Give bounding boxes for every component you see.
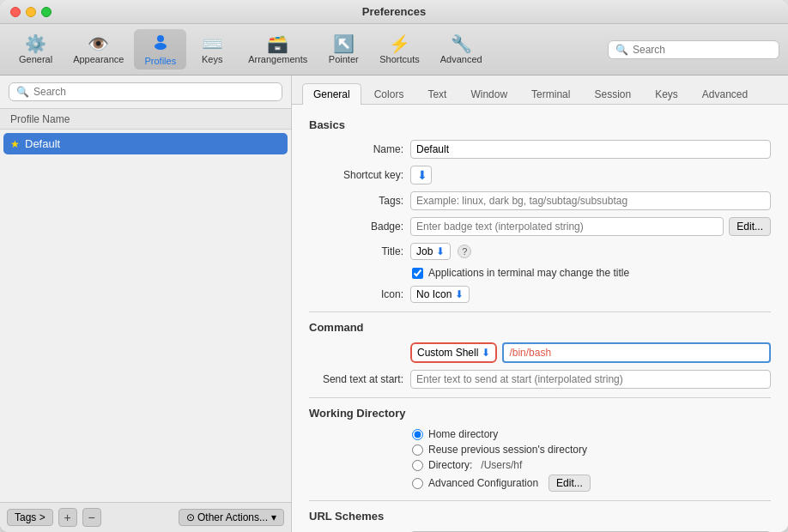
toolbar-item-keys[interactable]: ⌨️ Keys xyxy=(186,32,238,68)
tab-session[interactable]: Session xyxy=(583,83,642,105)
tab-text[interactable]: Text xyxy=(416,83,458,105)
arrangements-icon: 🗃️ xyxy=(267,35,288,52)
toolbar-label-arrangements: Arrangements xyxy=(248,54,307,64)
tab-general[interactable]: General xyxy=(302,83,361,105)
toolbar-search-input[interactable] xyxy=(633,44,772,56)
radio-directory-input[interactable] xyxy=(412,460,423,471)
custom-shell-label: Custom Shell xyxy=(417,347,478,359)
wrench-icon: 🔧 xyxy=(451,35,472,52)
send-text-row: Send text at start: xyxy=(309,370,771,389)
shell-path-input[interactable] xyxy=(502,342,771,363)
name-field-container xyxy=(410,140,771,159)
title-arrow-icon: ⬇ xyxy=(436,245,445,257)
other-actions-button[interactable]: ⊙ Other Actions... ▾ xyxy=(179,509,284,526)
toolbar-item-advanced[interactable]: 🔧 Advanced xyxy=(430,32,493,68)
command-section-title: Command xyxy=(309,321,771,334)
send-text-container xyxy=(410,370,771,389)
sidebar-footer: Tags > + − ⊙ Other Actions... ▾ xyxy=(0,502,291,532)
divider-1 xyxy=(309,311,771,312)
sidebar-search-box[interactable]: 🔍 xyxy=(9,82,282,101)
keyboard-icon: ⌨️ xyxy=(202,35,223,52)
remove-profile-button[interactable]: − xyxy=(82,508,101,527)
name-row: Name: xyxy=(309,140,771,159)
title-select[interactable]: Job ⬇ xyxy=(410,243,451,260)
tags-button[interactable]: Tags > xyxy=(7,509,53,526)
tab-colors[interactable]: Colors xyxy=(363,83,415,105)
title-help-button[interactable]: ? xyxy=(458,245,471,258)
icon-arrow-icon: ⬇ xyxy=(455,288,464,300)
toolbar-label-keys: Keys xyxy=(202,54,222,64)
toolbar-item-pointer[interactable]: ↖️ Pointer xyxy=(318,32,369,68)
badge-row: Badge: Edit... xyxy=(309,217,771,236)
toolbar-item-arrangements[interactable]: 🗃️ Arrangements xyxy=(238,32,318,68)
basics-section-title: Basics xyxy=(309,118,771,131)
radio-group: Home directory Reuse previous session's … xyxy=(412,428,771,492)
advanced-config-edit-button[interactable]: Edit... xyxy=(549,475,591,492)
preferences-window: Preferences ⚙️ General 👁️ Appearance Pro… xyxy=(0,0,788,532)
title-controls: Job ⬇ ? xyxy=(410,243,471,260)
title-label: Title: xyxy=(309,245,403,257)
lightning-icon: ⚡ xyxy=(389,35,410,52)
toolbar-item-profiles[interactable]: Profiles xyxy=(134,29,186,70)
command-controls: Custom Shell ⬇ xyxy=(410,342,771,363)
radio-home-input[interactable] xyxy=(412,429,423,440)
icon-select[interactable]: No Icon ⬇ xyxy=(410,286,470,303)
shortcut-key-select[interactable]: ⬇ xyxy=(410,166,432,184)
radio-reuse-label: Reuse previous session's directory xyxy=(428,444,587,456)
close-button[interactable] xyxy=(10,7,21,17)
tags-label: Tags: xyxy=(309,195,403,207)
tab-keys[interactable]: Keys xyxy=(644,83,689,105)
star-icon: ★ xyxy=(10,138,20,150)
tags-row: Tags: xyxy=(309,191,771,210)
main-content: 🔍 Profile Name ★ Default Tags > + − xyxy=(0,76,788,532)
maximize-button[interactable] xyxy=(41,7,52,17)
tags-field[interactable] xyxy=(410,191,771,210)
title-checkbox[interactable] xyxy=(412,268,423,279)
profile-list: ★ Default xyxy=(0,130,291,502)
minimize-button[interactable] xyxy=(26,7,36,17)
tab-bar: General Colors Text Window Terminal Sess… xyxy=(292,76,788,105)
badge-field[interactable] xyxy=(410,217,724,236)
sidebar-footer-actions: ⊙ Other Actions... ▾ xyxy=(179,509,284,526)
tab-window[interactable]: Window xyxy=(459,83,518,105)
sidebar-search-container: 🔍 xyxy=(0,76,291,109)
toolbar-label-profiles: Profiles xyxy=(144,56,176,66)
right-panel: General Colors Text Window Terminal Sess… xyxy=(292,76,788,532)
sidebar-search-icon: 🔍 xyxy=(16,86,29,98)
profile-list-header: Profile Name xyxy=(0,109,291,130)
tab-advanced[interactable]: Advanced xyxy=(691,83,759,105)
name-field[interactable] xyxy=(410,140,771,159)
toolbar-search-box[interactable]: 🔍 xyxy=(608,40,779,59)
radio-home-label: Home directory xyxy=(428,428,498,440)
icon-row: Icon: No Icon ⬇ xyxy=(309,286,771,303)
add-profile-button[interactable]: + xyxy=(58,508,77,527)
working-dir-section-title: Working Directory xyxy=(309,407,771,420)
custom-shell-select[interactable]: Custom Shell ⬇ xyxy=(410,342,497,363)
shortcut-key-row: Shortcut key: ⬇ xyxy=(309,166,771,184)
radio-reuse-input[interactable] xyxy=(412,444,423,456)
radio-advanced-label: Advanced Configuration xyxy=(428,477,538,489)
send-text-input[interactable] xyxy=(410,370,771,389)
sidebar-search-input[interactable] xyxy=(33,86,275,98)
toolbar-label-pointer: Pointer xyxy=(329,54,359,64)
command-row: Custom Shell ⬇ xyxy=(309,342,771,363)
title-value: Job xyxy=(416,245,433,257)
toolbar-item-shortcuts[interactable]: ⚡ Shortcuts xyxy=(369,32,429,68)
toolbar-label-general: General xyxy=(19,54,52,64)
settings-content: Basics Name: Shortcut key: ⬇ xyxy=(292,105,788,532)
radio-advanced-input[interactable] xyxy=(412,478,423,489)
custom-shell-arrow-icon: ⬇ xyxy=(482,347,490,359)
pointer-icon: ↖️ xyxy=(333,35,355,52)
other-actions-chevron-icon: ▾ xyxy=(271,511,276,523)
radio-advanced-config: Advanced Configuration Edit... xyxy=(412,475,771,492)
toolbar-label-shortcuts: Shortcuts xyxy=(379,54,419,64)
radio-directory-value: /Users/hf xyxy=(481,459,522,471)
profile-item-default[interactable]: ★ Default xyxy=(3,133,288,154)
shortcut-key-label: Shortcut key: xyxy=(309,169,403,181)
person-icon xyxy=(151,33,170,54)
tab-terminal[interactable]: Terminal xyxy=(520,83,581,105)
radio-reuse: Reuse previous session's directory xyxy=(412,444,771,456)
badge-edit-button[interactable]: Edit... xyxy=(729,217,771,236)
toolbar-item-general[interactable]: ⚙️ General xyxy=(9,32,63,68)
toolbar-item-appearance[interactable]: 👁️ Appearance xyxy=(63,32,134,68)
